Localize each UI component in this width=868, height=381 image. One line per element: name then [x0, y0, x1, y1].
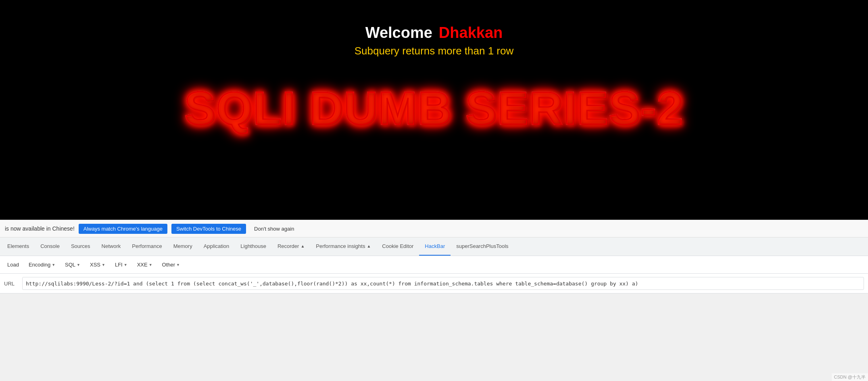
- tab-elements[interactable]: Elements: [2, 237, 35, 256]
- tab-lighthouse[interactable]: Lighthouse: [235, 237, 272, 256]
- welcome-line: Welcome Dhakkan: [365, 24, 503, 42]
- csdn-attribution: CSDN @十九半: [832, 373, 868, 381]
- chevron-down-icon: ▼: [77, 263, 80, 267]
- toolbar-xss-button[interactable]: XSS▼: [86, 260, 109, 269]
- chevron-down-icon: ▼: [52, 263, 55, 267]
- chevron-down-icon: ▼: [124, 263, 127, 267]
- dont-show-again-button[interactable]: Don't show again: [250, 224, 298, 234]
- welcome-label: Welcome: [365, 24, 432, 42]
- webpage-area: Welcome Dhakkan Subquery returns more th…: [0, 0, 868, 220]
- chevron-down-icon: ▼: [176, 263, 180, 267]
- sqli-title: SQLI DUMB SERIES-2: [180, 81, 687, 135]
- tab-cookie-editor[interactable]: Cookie Editor: [376, 237, 419, 256]
- toolbar-sql-button[interactable]: SQL▼: [61, 260, 84, 269]
- url-input[interactable]: [22, 277, 864, 290]
- tab-memory[interactable]: Memory: [168, 237, 198, 256]
- url-area: URL: [0, 274, 868, 294]
- toolbar-lfi-button[interactable]: LFI▼: [111, 260, 131, 269]
- hackbar-toolbar: LoadEncoding▼SQL▼XSS▼LFI▼XXE▼Other▼: [0, 256, 868, 274]
- notification-prefix: is now available in Chinese!: [5, 225, 75, 232]
- tab-application[interactable]: Application: [198, 237, 235, 256]
- chevron-down-icon: ▼: [149, 263, 152, 267]
- tab-supersearch[interactable]: superSearchPlusTools: [451, 237, 514, 256]
- always-match-button[interactable]: Always match Chrome's language: [79, 224, 167, 234]
- toolbar-load-button[interactable]: Load: [3, 260, 23, 269]
- tab-recorder[interactable]: Recorder▲: [272, 237, 310, 256]
- tab-badge-recorder: ▲: [300, 244, 305, 248]
- toolbar-encoding-button[interactable]: Encoding▼: [25, 260, 59, 269]
- tab-performance[interactable]: Performance: [126, 237, 167, 256]
- devtools-tabs-bar: ElementsConsoleSourcesNetworkPerformance…: [0, 237, 868, 256]
- sqli-title-container: SQLI DUMB SERIES-2: [180, 81, 687, 135]
- tab-badge-performance-insights: ▲: [367, 244, 371, 248]
- tab-network[interactable]: Network: [96, 237, 127, 256]
- username-label: Dhakkan: [439, 24, 503, 42]
- switch-devtools-button[interactable]: Switch DevTools to Chinese: [171, 224, 246, 234]
- tab-console[interactable]: Console: [35, 237, 65, 256]
- chevron-down-icon: ▼: [102, 263, 105, 267]
- toolbar-other-button[interactable]: Other▼: [158, 260, 184, 269]
- tab-sources[interactable]: Sources: [65, 237, 96, 256]
- toolbar-xxe-button[interactable]: XXE▼: [133, 260, 156, 269]
- url-label: URL: [4, 281, 18, 287]
- tab-performance-insights[interactable]: Performance insights▲: [310, 237, 376, 256]
- tab-hackbar[interactable]: HackBar: [419, 237, 451, 256]
- error-message: Subquery returns more than 1 row: [355, 45, 514, 57]
- notification-bar: is now available in Chinese! Always matc…: [0, 220, 868, 237]
